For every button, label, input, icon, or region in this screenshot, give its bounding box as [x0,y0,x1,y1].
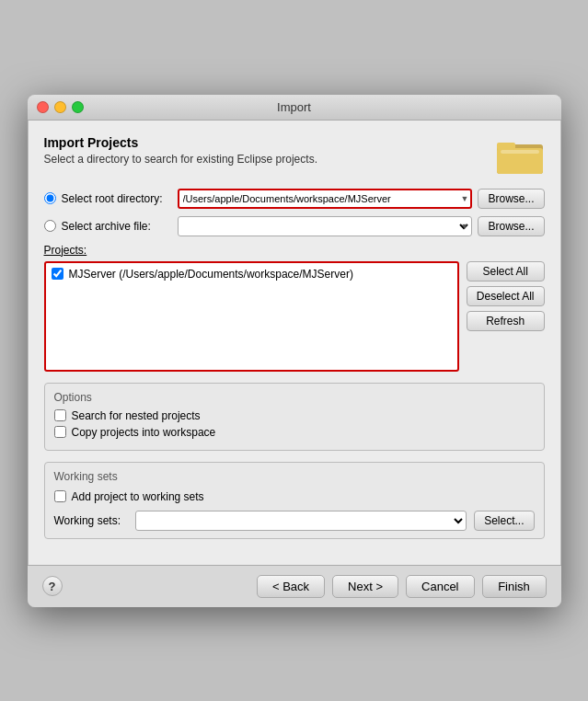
footer-left: ? [42,576,63,596]
dialog-title: Import Projects [44,135,317,150]
working-sets-title: Working sets [54,470,535,483]
project-name: MJServer (/Users/apple/Documents/workspa… [69,268,353,281]
window-controls [37,101,84,113]
archive-file-input-wrapper: ▼ [178,216,473,236]
back-button[interactable]: < Back [257,575,325,598]
projects-buttons: Select All Deselect All Refresh [467,261,545,372]
archive-file-row: Select archive file: ▼ Browse... [44,216,545,236]
dialog-subtitle: Select a directory to search for existin… [44,153,317,166]
list-item: MJServer (/Users/apple/Documents/workspa… [50,267,454,282]
projects-section: Projects: MJServer (/Users/apple/Documen… [44,244,545,372]
folder-icon [497,135,545,176]
header-text: Import Projects Select a directory to se… [44,135,317,166]
dialog-content: Import Projects Select a directory to se… [28,121,561,565]
select-all-button[interactable]: Select All [467,261,545,282]
browse-archive-button[interactable]: Browse... [478,216,544,236]
projects-label: Projects: [44,244,545,257]
footer-buttons: < Back Next > Cancel Finish [257,575,547,598]
projects-list: MJServer (/Users/apple/Documents/workspa… [44,261,459,372]
next-button[interactable]: Next > [332,575,398,598]
finish-button[interactable]: Finish [482,575,547,598]
add-to-working-sets-row: Add project to working sets [54,490,535,503]
add-working-sets-label: Add project to working sets [72,490,204,503]
nested-projects-row: Search for nested projects [54,409,535,422]
root-directory-row: Select root directory: ▼ Browse... [44,189,545,209]
copy-projects-label: Copy projects into workspace [72,426,216,439]
maximize-button[interactable] [72,101,84,113]
help-button[interactable]: ? [42,576,63,596]
working-sets-box: Working sets Add project to working sets… [44,462,545,539]
window-title: Import [277,100,311,114]
root-directory-label[interactable]: Select root directory: [44,192,178,205]
cancel-button[interactable]: Cancel [406,575,474,598]
root-directory-input-wrapper: ▼ [178,189,473,209]
options-box: Options Search for nested projects Copy … [44,383,545,451]
project-checkbox[interactable] [52,268,63,280]
root-directory-input[interactable] [178,189,473,209]
copy-projects-checkbox[interactable] [54,426,66,438]
svg-rect-2 [497,143,515,150]
deselect-all-button[interactable]: Deselect All [467,286,545,306]
working-sets-select[interactable] [135,511,467,531]
close-button[interactable] [37,101,49,113]
nested-projects-checkbox[interactable] [54,409,66,421]
archive-file-label[interactable]: Select archive file: [44,220,178,233]
copy-projects-row: Copy projects into workspace [54,426,535,439]
nested-projects-label: Search for nested projects [72,409,201,422]
title-bar: Import [28,95,561,121]
add-working-sets-checkbox[interactable] [54,490,66,502]
working-sets-select-row: Working sets: Select... [54,511,535,531]
header-section: Import Projects Select a directory to se… [44,135,545,176]
dialog-footer: ? < Back Next > Cancel Finish [28,565,561,607]
archive-file-radio[interactable] [44,220,56,232]
svg-rect-3 [501,150,539,154]
options-title: Options [54,391,535,404]
import-dialog: Import Import Projects Select a director… [28,95,561,607]
working-sets-select-button[interactable]: Select... [474,511,534,531]
minimize-button[interactable] [54,101,66,113]
refresh-button[interactable]: Refresh [467,311,545,331]
projects-area: MJServer (/Users/apple/Documents/workspa… [44,261,545,372]
working-sets-label: Working sets: [54,514,128,527]
archive-file-select[interactable] [178,216,473,236]
root-directory-radio[interactable] [44,192,56,204]
browse-root-button[interactable]: Browse... [478,189,544,209]
